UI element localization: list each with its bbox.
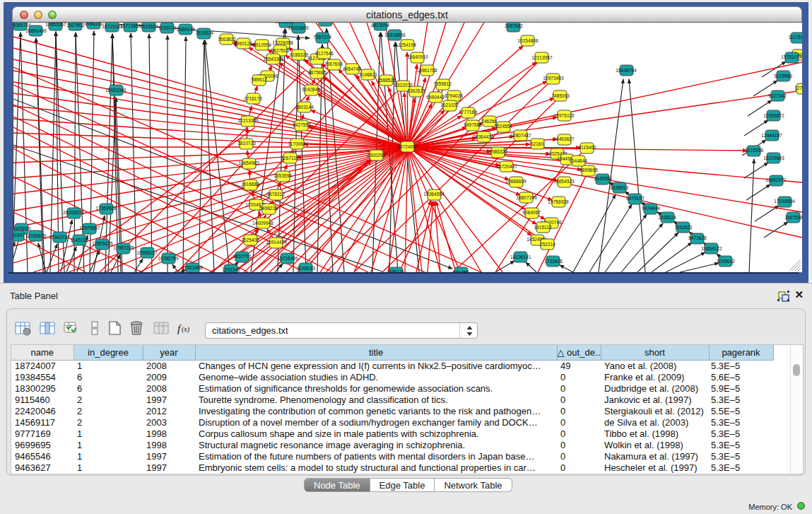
svg-text:6966160: 6966160: [85, 23, 103, 26]
svg-text:746266: 746266: [481, 119, 497, 124]
svg-text:2967608: 2967608: [324, 62, 343, 66]
svg-text:62160: 62160: [531, 141, 544, 146]
svg-text:10958117: 10958117: [137, 250, 158, 255]
svg-text:9242848: 9242848: [302, 87, 320, 92]
svg-text:9146821: 9146821: [359, 72, 377, 77]
svg-text:19218506: 19218506: [384, 33, 406, 37]
svg-text:16782759: 16782759: [158, 256, 179, 261]
svg-text:7625402: 7625402: [241, 238, 259, 243]
svg-text:9245033: 9245033: [297, 266, 315, 271]
svg-text:12444197: 12444197: [761, 133, 782, 138]
svg-text:989612: 989612: [252, 77, 267, 82]
svg-text:6899695: 6899695: [579, 168, 598, 173]
svg-text:10973493: 10973493: [543, 76, 564, 81]
svg-text:17957225: 17957225: [113, 245, 134, 250]
svg-text:1621022: 1621022: [440, 103, 459, 107]
svg-text:15720407: 15720407: [496, 164, 517, 169]
svg-text:15716485: 15716485: [277, 256, 298, 261]
svg-text:1588520: 1588520: [377, 78, 396, 83]
svg-text:2300293: 2300293: [367, 153, 385, 158]
svg-text:9474444: 9474444: [642, 206, 660, 211]
svg-text:6990443: 6990443: [426, 95, 445, 100]
svg-text:1810733: 1810733: [237, 141, 256, 146]
svg-text:17018504: 17018504: [774, 199, 795, 204]
svg-text:9127546: 9127546: [315, 51, 334, 56]
svg-text:10654122: 10654122: [701, 246, 722, 251]
svg-text:9657791: 9657791: [233, 254, 252, 259]
svg-text:9827503: 9827503: [271, 48, 289, 53]
svg-text:1640954: 1640954: [594, 176, 612, 181]
svg-text:12975115: 12975115: [554, 113, 575, 118]
svg-text:10654983: 10654983: [238, 160, 259, 165]
svg-text:13654923: 13654923: [553, 179, 575, 184]
svg-text:10154808: 10154808: [517, 38, 539, 43]
svg-text:3267110: 3267110: [281, 156, 299, 160]
svg-text:1167534: 1167534: [784, 215, 802, 220]
svg-text:16648784: 16648784: [616, 68, 637, 73]
svg-text:12213369: 12213369: [237, 118, 259, 123]
svg-text:1615112: 1615112: [534, 225, 552, 230]
svg-text:2803144: 2803144: [295, 105, 314, 110]
svg-text:2935114: 2935114: [658, 215, 676, 220]
svg-text:1353594: 1353594: [273, 173, 292, 178]
svg-text:3878312: 3878312: [266, 192, 285, 197]
svg-text:7357274: 7357274: [313, 35, 331, 40]
svg-text:8938913: 8938913: [610, 185, 628, 190]
svg-text:19756928: 19756928: [548, 199, 569, 204]
svg-text:1527602: 1527602: [66, 23, 85, 28]
svg-text:8960124: 8960124: [234, 41, 252, 46]
svg-text:19384554: 19384554: [423, 192, 445, 197]
svg-text:7955812: 7955812: [433, 81, 452, 86]
svg-text:11156829: 11156829: [26, 233, 47, 238]
svg-text:9227342: 9227342: [768, 93, 787, 98]
svg-text:8427552: 8427552: [293, 122, 311, 127]
svg-text:7986322: 7986322: [489, 149, 507, 154]
svg-text:16961758: 16961758: [416, 68, 437, 73]
svg-text:1117534: 1117534: [789, 35, 802, 40]
svg-text:8813054: 8813054: [317, 23, 335, 23]
svg-text:1170064: 1170064: [288, 141, 306, 146]
svg-text:1277342: 1277342: [794, 86, 802, 90]
svg-text:7485063: 7485063: [551, 93, 570, 98]
svg-text:14463627: 14463627: [553, 136, 575, 141]
svg-text:6794028: 6794028: [445, 93, 463, 98]
svg-text:252214: 252214: [540, 242, 555, 247]
svg-text:8813054: 8813054: [371, 23, 389, 28]
svg-text:8454749: 8454749: [343, 66, 361, 71]
svg-text:13226058: 13226058: [272, 40, 293, 45]
svg-text:1145139: 1145139: [70, 238, 88, 243]
svg-text:18724007: 18724007: [397, 144, 418, 149]
svg-text:1254194: 1254194: [398, 42, 416, 47]
svg-text:9777169: 9777169: [459, 110, 477, 115]
svg-text:10653267: 10653267: [45, 23, 66, 27]
svg-text:(x): (x): [182, 325, 190, 334]
svg-text:7515524: 7515524: [195, 30, 213, 35]
svg-text:14009948: 14009948: [252, 221, 273, 226]
svg-text:24055724: 24055724: [13, 23, 31, 28]
svg-text:6479197: 6479197: [626, 196, 645, 201]
svg-text:7515524: 7515524: [140, 24, 158, 29]
svg-text:8912954: 8912954: [253, 42, 271, 47]
svg-text:8471626: 8471626: [688, 235, 707, 240]
svg-text:8875685: 8875685: [308, 70, 326, 75]
svg-text:12923468: 12923468: [182, 265, 203, 270]
svg-text:2087682: 2087682: [505, 23, 523, 28]
svg-text:16543382: 16543382: [263, 57, 284, 62]
svg-text:12942737: 12942737: [49, 235, 70, 240]
svg-text:16033809: 16033809: [288, 25, 309, 30]
svg-text:13692971: 13692971: [765, 177, 787, 182]
svg-text:1344844: 1344844: [569, 158, 587, 163]
svg-text:17359928: 17359928: [95, 206, 117, 211]
svg-text:9129966: 9129966: [774, 74, 792, 78]
svg-text:9115460: 9115460: [578, 145, 596, 150]
svg-text:16640910: 16640910: [407, 54, 428, 59]
svg-text:8186328: 8186328: [290, 52, 308, 57]
svg-text:9155724: 9155724: [158, 25, 177, 30]
svg-text:9245612: 9245612: [717, 259, 735, 264]
svg-text:2069146: 2069146: [177, 27, 195, 32]
svg-text:12213957: 12213957: [531, 55, 553, 60]
svg-text:2718170: 2718170: [244, 96, 262, 101]
svg-text:3215958: 3215958: [745, 148, 763, 153]
svg-text:991547: 991547: [13, 233, 25, 238]
svg-text:26206576: 26206576: [63, 210, 84, 215]
